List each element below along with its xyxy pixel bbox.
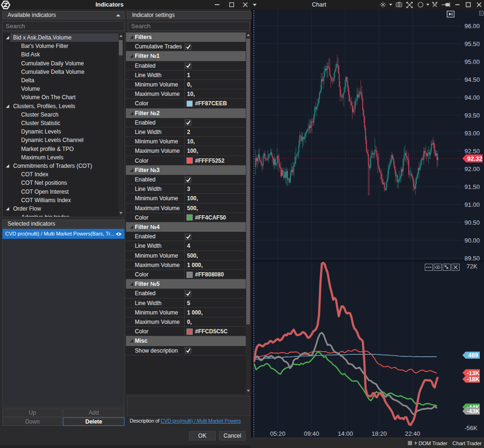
svg-text:90.00: 90.00 (464, 237, 480, 244)
svg-text:90.50: 90.50 (464, 219, 480, 226)
svg-text:09:40: 09:40 (304, 430, 320, 437)
svg-text:72K: 72K (467, 263, 477, 270)
svg-text:91.50: 91.50 (464, 183, 480, 190)
svg-text:489: 489 (468, 352, 478, 359)
svg-text:94.00: 94.00 (464, 94, 480, 101)
svg-text:92.32: 92.32 (467, 155, 483, 162)
svg-text:14:00: 14:00 (338, 430, 353, 437)
svg-text:93.00: 93.00 (464, 130, 480, 137)
svg-text:93.50: 93.50 (464, 112, 480, 119)
svg-text:94.50: 94.50 (464, 76, 480, 83)
svg-text:95.00: 95.00 (464, 58, 480, 65)
svg-text:-13K: -13K (467, 370, 479, 377)
svg-text:91.00: 91.00 (464, 201, 480, 208)
svg-text:-43K: -43K (467, 408, 479, 415)
svg-text:-56K: -56K (465, 424, 478, 432)
svg-text:-18K: -18K (467, 376, 479, 383)
svg-text:92.00: 92.00 (464, 165, 480, 173)
svg-text:22:40: 22:40 (405, 430, 421, 437)
svg-text:05:20: 05:20 (270, 430, 286, 437)
svg-text:89.50: 89.50 (464, 255, 480, 262)
svg-text:92.50: 92.50 (464, 148, 480, 155)
svg-text:95.50: 95.50 (464, 40, 480, 47)
svg-text:96.00: 96.00 (464, 23, 480, 30)
svg-text:F: F (480, 12, 482, 15)
svg-text:18:20: 18:20 (372, 430, 387, 437)
